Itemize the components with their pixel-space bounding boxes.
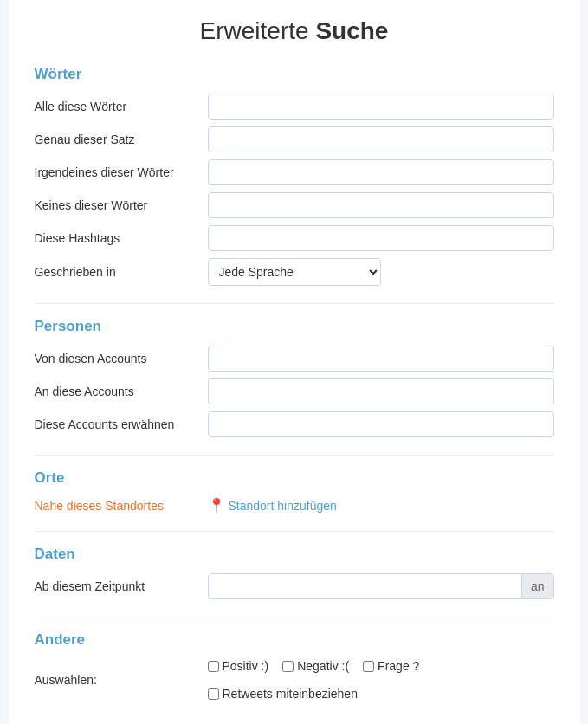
section-andere: Andere Auswählen: Positiv :) Negativ :( … (35, 631, 554, 701)
checkboxes-container: Positiv :) Negativ :( Frage ? Retweets m… (208, 659, 554, 701)
input-hashtags[interactable] (208, 225, 554, 251)
row-an-accounts: An diese Accounts (35, 378, 554, 404)
row-alle-woerter: Alle diese Wörter (35, 94, 554, 120)
row-genau-satz: Genau dieser Satz (35, 126, 554, 152)
row-erwaehnen: Diese Accounts erwähnen (35, 411, 554, 437)
checkbox-positiv[interactable]: Positiv :) (208, 659, 269, 673)
section-header-orte: Orte (35, 469, 554, 487)
date-input-group: an (208, 573, 554, 599)
section-header-andere: Andere (35, 631, 554, 649)
section-orte: Orte Nahe dieses Standortes 📍 Standort h… (35, 469, 554, 514)
label-an-accounts: An diese Accounts (35, 385, 208, 398)
checkbox-frage[interactable]: Frage ? (363, 659, 419, 673)
section-header-woerter: Wörter (35, 66, 554, 83)
checkbox-retweets[interactable]: Retweets miteinbeziehen (208, 687, 358, 701)
label-von-accounts: Von diesen Accounts (35, 352, 208, 365)
label-nahe-standort: Nahe dieses Standortes (35, 499, 208, 513)
row-sprache: Geschrieben in Jede Sprache Deutsch Engl… (35, 258, 554, 286)
label-irgend-woerter: Irgendeines dieser Wörter (35, 165, 208, 179)
checkbox-positiv-input[interactable] (208, 661, 219, 672)
input-an-accounts[interactable] (208, 378, 554, 404)
row-irgend-woerter: Irgendeines dieser Wörter (35, 159, 554, 185)
label-keines-woerter: Keines dieser Wörter (35, 198, 208, 212)
location-link-text: Standort hinzufügen (229, 499, 337, 513)
section-daten: Daten Ab diesem Zeitpunkt an (35, 546, 554, 599)
page-title: Erweiterte Suche (35, 17, 554, 45)
label-alle-woerter: Alle diese Wörter (35, 100, 208, 113)
input-erwaehnen[interactable] (208, 411, 554, 437)
divider-3 (35, 531, 554, 532)
section-personen: Personen Von diesen Accounts An diese Ac… (35, 318, 554, 437)
input-ab-zeitpunkt[interactable] (209, 574, 521, 598)
date-suffix: an (521, 574, 553, 598)
label-auswahlen: Auswählen: (35, 673, 208, 687)
checkbox-retweets-input[interactable] (208, 688, 219, 700)
label-genau-satz: Genau dieser Satz (35, 133, 208, 146)
input-genau-satz[interactable] (208, 126, 554, 152)
input-alle-woerter[interactable] (208, 94, 554, 120)
divider-4 (35, 617, 554, 617)
select-sprache[interactable]: Jede Sprache Deutsch Englisch Französisc… (208, 258, 381, 286)
row-ab-zeitpunkt: Ab diesem Zeitpunkt an (35, 573, 554, 599)
label-ab-zeitpunkt: Ab diesem Zeitpunkt (35, 579, 208, 593)
add-location-link[interactable]: 📍 Standort hinzufügen (208, 497, 337, 514)
section-woerter: Wörter Alle diese Wörter Genau dieser Sa… (35, 66, 554, 286)
checkbox-frage-input[interactable] (363, 661, 374, 672)
title-bold: Suche (315, 17, 388, 44)
row-nahe-standort: Nahe dieses Standortes 📍 Standort hinzuf… (35, 497, 554, 514)
section-header-personen: Personen (35, 318, 554, 335)
label-erwaehnen: Diese Accounts erwähnen (35, 417, 208, 431)
divider-2 (35, 455, 554, 456)
label-hashtags: Diese Hashtags (35, 231, 208, 245)
row-von-accounts: Von diesen Accounts (35, 346, 554, 372)
divider-1 (35, 303, 554, 304)
input-irgend-woerter[interactable] (208, 159, 554, 185)
input-von-accounts[interactable] (208, 346, 554, 372)
section-header-daten: Daten (35, 546, 554, 563)
checkbox-negativ[interactable]: Negativ :( (282, 659, 349, 673)
row-auswahlen: Auswählen: Positiv :) Negativ :( Frage ?… (35, 659, 554, 701)
row-hashtags: Diese Hashtags (35, 225, 554, 251)
title-normal: Erweiterte (200, 17, 316, 44)
row-keines-woerter: Keines dieser Wörter (35, 192, 554, 218)
label-sprache: Geschrieben in (35, 265, 208, 279)
checkbox-negativ-input[interactable] (282, 661, 294, 672)
input-keines-woerter[interactable] (208, 192, 554, 218)
location-pin-icon: 📍 (208, 497, 225, 514)
